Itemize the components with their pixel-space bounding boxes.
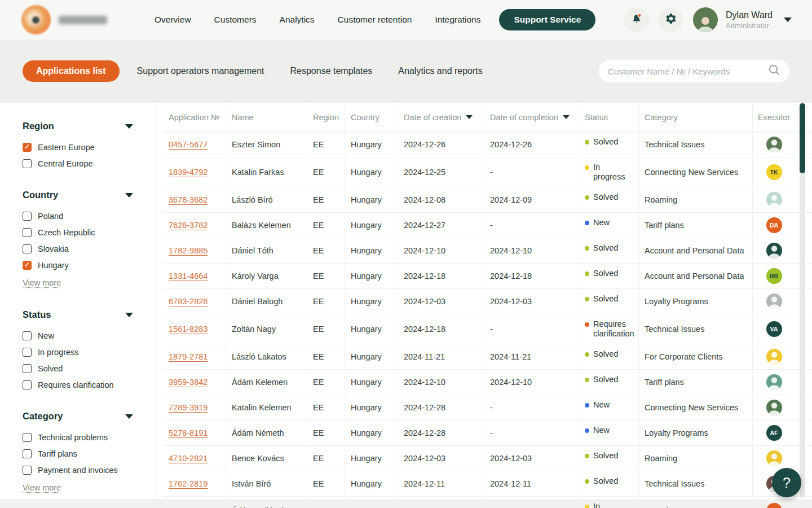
filter-option-tariff-plans[interactable]: Tariff plans [23, 449, 133, 458]
application-number-cell: 1762-2819 [163, 471, 226, 496]
executor-initials-avatar[interactable]: RB [766, 268, 782, 284]
checkbox[interactable] [23, 380, 32, 389]
help-button[interactable]: ? [772, 468, 801, 497]
filter-option-czech-republic[interactable]: Czech Republic [23, 228, 133, 237]
application-link[interactable]: 4710-2821 [169, 454, 208, 463]
category-cell: Connecting New Services [639, 157, 753, 187]
application-link[interactable]: 7628-3782 [169, 221, 208, 230]
filter-section-header[interactable]: Region [23, 121, 133, 132]
checkbox[interactable] [23, 261, 32, 270]
checkbox[interactable] [23, 143, 32, 152]
nav-item-overview[interactable]: Overview [155, 15, 191, 25]
executor-initials-avatar[interactable]: JH [766, 503, 782, 508]
table-row: 1561-8283Zoltán NagyEEHungary2024-12-18-… [163, 314, 812, 344]
checkbox[interactable] [23, 212, 32, 221]
application-link[interactable]: 1331-4664 [169, 271, 208, 281]
filter-option-hungary[interactable]: Hungary [23, 261, 133, 270]
application-link[interactable]: 1879-2781 [169, 352, 208, 361]
filter-option-in-progress[interactable]: In progress [23, 348, 133, 357]
application-link[interactable]: 1561-8283 [169, 325, 208, 334]
filter-option-requires-clarification[interactable]: Requires clarification [23, 380, 133, 389]
executor-photo-avatar[interactable] [766, 374, 782, 390]
status-label: New [593, 426, 610, 435]
filter-option-slovakia[interactable]: Slovakia [23, 244, 133, 253]
tab-support-operators-management[interactable]: Support operators management [137, 66, 264, 76]
application-link[interactable]: 7289-3919 [169, 403, 208, 412]
search-input[interactable] [608, 67, 768, 76]
executor-photo-avatar[interactable] [766, 192, 782, 208]
sort-icon[interactable] [466, 115, 473, 119]
user-avatar[interactable] [693, 7, 718, 32]
name-cell: Ádám Kelemen [226, 370, 307, 395]
brand-logo[interactable] [21, 5, 147, 34]
checkbox[interactable] [23, 433, 32, 442]
checkbox[interactable] [23, 449, 32, 458]
checkbox[interactable] [23, 228, 32, 237]
category-cell: Technical Issues [639, 314, 753, 344]
executor-photo-avatar[interactable] [766, 243, 782, 259]
category-cell: Account and Personal Data [639, 238, 753, 263]
scrollbar-thumb[interactable] [800, 103, 805, 173]
application-link[interactable]: 0457-5677 [169, 140, 208, 149]
region-cell: EE [307, 446, 345, 471]
executor-photo-avatar[interactable] [766, 137, 782, 152]
search-box[interactable] [599, 60, 789, 82]
nav-item-analytics[interactable]: Analytics [280, 15, 315, 25]
executor-initials-avatar[interactable]: AF [766, 425, 782, 441]
tab-response-templates[interactable]: Response templates [290, 66, 373, 76]
category-cell: Loyalty Programs [639, 421, 753, 445]
nav-item-customers[interactable]: Customers [214, 15, 257, 25]
status-dot-icon [585, 454, 589, 458]
table-row: 4710-2821Bence KovácsEEHungary2024-12-03… [163, 446, 812, 471]
checkbox[interactable] [23, 348, 32, 357]
nav-item-integrations[interactable]: Integrations [435, 15, 480, 25]
status-dot-icon [585, 271, 589, 276]
chevron-down-icon[interactable] [784, 17, 792, 22]
filter-option-payment-and-invoices[interactable]: Payment and invoices [23, 466, 133, 475]
nav-item-customer-retention[interactable]: Customer retention [338, 15, 412, 25]
executor-photo-avatar[interactable] [766, 450, 782, 466]
sort-icon[interactable] [563, 115, 570, 119]
region-cell: EE [307, 132, 345, 157]
search-icon[interactable] [768, 64, 780, 78]
application-link[interactable]: 5278-8191 [169, 428, 208, 437]
checkbox[interactable] [23, 364, 32, 373]
filter-section-header[interactable]: Country [23, 190, 133, 200]
filter-option-central-europe[interactable]: Central Europe [23, 159, 133, 168]
checkbox[interactable] [23, 159, 32, 168]
application-link[interactable]: 1839-4792 [169, 168, 208, 177]
view-more-link[interactable]: View more [23, 483, 61, 492]
tab-applications-list[interactable]: Applications list [23, 60, 120, 82]
executor-photo-avatar[interactable] [766, 400, 782, 415]
checkbox[interactable] [23, 331, 32, 340]
application-link[interactable]: 1762-2819 [169, 479, 208, 488]
settings-button[interactable] [658, 7, 683, 32]
application-link[interactable]: 1782-9885 [169, 246, 208, 255]
support-service-button[interactable]: Support Service [499, 9, 595, 30]
executor-initials-avatar[interactable]: DA [766, 217, 782, 233]
application-number-cell: 3959-3842 [163, 370, 226, 395]
filter-option-eastern-europe[interactable]: Eastern Europe [23, 143, 133, 152]
filter-section-header[interactable]: Category [23, 411, 133, 422]
date-creation-cell: 2024-12-25 [398, 157, 484, 187]
view-more-link[interactable]: View more [23, 278, 61, 287]
tab-analytics-and-reports[interactable]: Analytics and reports [398, 66, 482, 76]
user-menu[interactable]: Dylan Ward Administrator [726, 10, 773, 30]
executor-initials-avatar[interactable]: VA [766, 321, 782, 337]
filter-option-new[interactable]: New [23, 331, 133, 340]
executor-photo-avatar[interactable] [766, 294, 782, 309]
checkbox[interactable] [23, 466, 32, 475]
notifications-button[interactable] [624, 7, 649, 32]
filter-option-poland[interactable]: Poland [23, 212, 133, 221]
application-link[interactable]: 3678-3682 [169, 195, 208, 204]
chevron-down-icon [125, 124, 133, 129]
filter-option-solved[interactable]: Solved [23, 364, 133, 373]
user-name: Dylan Ward [726, 10, 773, 20]
executor-initials-avatar[interactable]: TK [766, 164, 782, 180]
filter-option-technical-problems[interactable]: Technical problems [23, 433, 133, 442]
application-link[interactable]: 3959-3842 [169, 378, 208, 387]
filter-section-header[interactable]: Status [23, 309, 133, 320]
application-link[interactable]: 6783-2828 [169, 297, 208, 306]
checkbox[interactable] [23, 244, 32, 253]
executor-photo-avatar[interactable] [766, 349, 782, 365]
